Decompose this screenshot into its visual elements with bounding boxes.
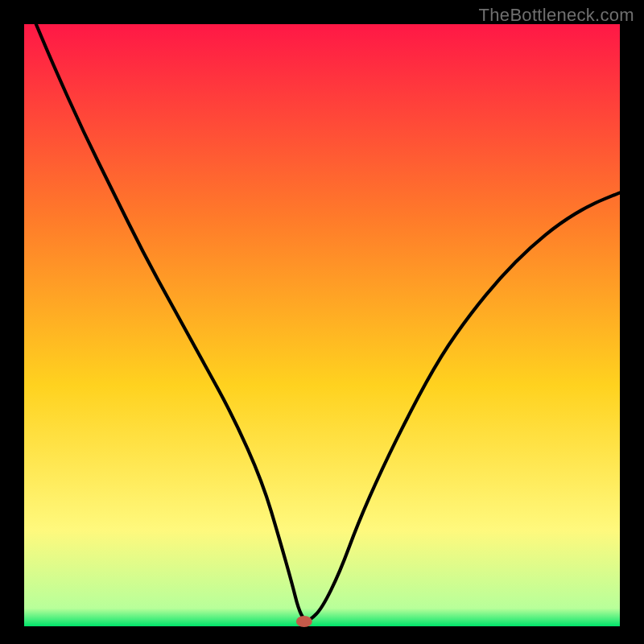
bottleneck-chart xyxy=(0,0,644,644)
plot-background xyxy=(24,24,620,626)
watermark-label: TheBottleneck.com xyxy=(479,5,634,26)
marker-dot xyxy=(296,616,312,627)
chart-frame: TheBottleneck.com xyxy=(0,0,644,644)
